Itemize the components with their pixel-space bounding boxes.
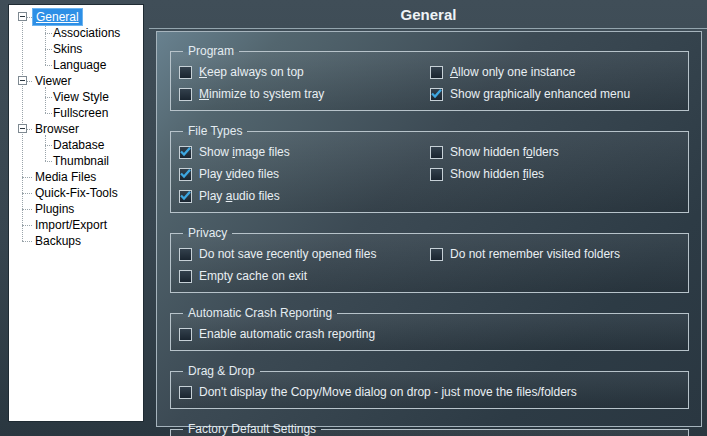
checkbox-label: Enable automatic crash reporting: [199, 327, 375, 341]
checkbox-label: Show graphically enhanced menu: [450, 87, 630, 101]
checkbox-label: Do not save recently opened files: [199, 247, 376, 261]
checkbox-column: Do not remember visited folders: [430, 243, 680, 287]
checkbox-label: Minimize to system tray: [199, 87, 324, 101]
sidebar-item-label: Quick-Fix-Tools: [35, 185, 118, 201]
checkbox-do-not-remember-visited-folders[interactable]: Do not remember visited folders: [430, 243, 680, 265]
sidebar-item-label: View Style: [53, 89, 109, 105]
tree-connector: [45, 145, 52, 146]
unchecked-checkbox-icon[interactable]: [430, 66, 443, 79]
checkbox-label: Play video files: [199, 167, 279, 181]
sidebar-item-label: Database: [53, 137, 104, 153]
unchecked-checkbox-icon[interactable]: [430, 248, 443, 261]
checkbox-column: [430, 323, 680, 345]
unchecked-checkbox-icon[interactable]: [430, 168, 443, 181]
sidebar-item-general[interactable]: General: [9, 9, 143, 25]
unchecked-checkbox-icon[interactable]: [179, 328, 192, 341]
unchecked-checkbox-icon[interactable]: [179, 66, 192, 79]
sidebar-item-label: Fullscreen: [53, 105, 108, 121]
checkbox-columns: Show image filesPlay video filesPlay aud…: [179, 141, 680, 207]
settings-panel: ProgramKeep always on topMinimize to sys…: [156, 31, 702, 427]
group-title: File Types: [183, 124, 247, 138]
group-drag-drop: Drag & DropDon't display the Copy/Move d…: [170, 364, 689, 409]
tree-connector: [45, 97, 52, 98]
group-title: Program: [183, 44, 239, 58]
checked-checkbox-icon[interactable]: [179, 146, 192, 159]
checkbox-column: [430, 381, 680, 403]
sidebar-item-backups[interactable]: Backups: [9, 233, 143, 249]
sidebar-item-label: Backups: [35, 233, 81, 249]
sidebar-item-fullscreen[interactable]: Fullscreen: [9, 105, 143, 121]
checkbox-label: Show image files: [199, 145, 290, 159]
checkbox-empty-cache-on-exit[interactable]: Empty cache on exit: [179, 265, 430, 287]
unchecked-checkbox-icon[interactable]: [430, 146, 443, 159]
tree-connector: [45, 33, 52, 34]
checkbox-minimize-to-system-tray[interactable]: Minimize to system tray: [179, 83, 430, 105]
checkbox-label: Keep always on top: [199, 65, 304, 79]
group-privacy: PrivacyDo not save recently opened files…: [170, 226, 689, 293]
unchecked-checkbox-icon[interactable]: [179, 270, 192, 283]
settings-sidebar: GeneralAssociationsSkinsLanguageViewerVi…: [8, 4, 144, 422]
sidebar-item-language[interactable]: Language: [9, 57, 143, 73]
sidebar-item-thumbnail[interactable]: Thumbnail: [9, 153, 143, 169]
sidebar-item-label: Media Files: [35, 169, 96, 185]
checkbox-enable-automatic-crash-reporting[interactable]: Enable automatic crash reporting: [179, 323, 430, 345]
sidebar-item-quick-fix-tools[interactable]: Quick-Fix-Tools: [9, 185, 143, 201]
sidebar-item-associations[interactable]: Associations: [9, 25, 143, 41]
checked-checkbox-icon[interactable]: [179, 190, 192, 203]
sidebar-item-label: Skins: [53, 41, 82, 57]
sidebar-item-skins[interactable]: Skins: [9, 41, 143, 57]
group-file-types: File TypesShow image filesPlay video fil…: [170, 124, 689, 213]
checkbox-show-hidden-files[interactable]: Show hidden files: [430, 163, 680, 185]
checkbox-label: Show hidden files: [450, 167, 544, 181]
page-title: General: [150, 6, 707, 23]
checkbox-column: Allow only one instanceShow graphically …: [430, 61, 680, 105]
group-factory-default-settings: Factory Default Settings↻Reset Factory D…: [170, 422, 689, 436]
unchecked-checkbox-icon[interactable]: [179, 386, 192, 399]
sidebar-item-label: Browser: [35, 121, 79, 137]
checkbox-show-image-files[interactable]: Show image files: [179, 141, 430, 163]
settings-tree: GeneralAssociationsSkinsLanguageViewerVi…: [9, 5, 143, 421]
checked-checkbox-icon[interactable]: [430, 88, 443, 101]
checkbox-keep-always-on-top[interactable]: Keep always on top: [179, 61, 430, 83]
sidebar-item-label: Associations: [53, 25, 120, 41]
group-title: Automatic Crash Reporting: [183, 306, 337, 320]
collapse-expander-icon[interactable]: [18, 124, 27, 133]
sidebar-item-label: Language: [53, 57, 106, 73]
checkbox-play-video-files[interactable]: Play video files: [179, 163, 430, 185]
sidebar-item-browser[interactable]: Browser: [9, 121, 143, 137]
checkbox-column: Show image filesPlay video filesPlay aud…: [179, 141, 430, 207]
collapse-expander-icon[interactable]: [18, 76, 27, 85]
checked-checkbox-icon[interactable]: [179, 168, 192, 181]
checkbox-allow-only-one-instance[interactable]: Allow only one instance: [430, 61, 680, 83]
tree-connector: [22, 177, 32, 178]
sidebar-item-viewer[interactable]: Viewer: [9, 73, 143, 89]
checkbox-columns: Enable automatic crash reporting: [179, 323, 680, 345]
unchecked-checkbox-icon[interactable]: [179, 88, 192, 101]
checkbox-label: Show hidden folders: [450, 145, 559, 159]
checkbox-column: Don't display the Copy/Move dialog on dr…: [179, 381, 430, 403]
checkbox-don-t-display-the-copy-move-dialog-on-drop-just-move-the-files-folders[interactable]: Don't display the Copy/Move dialog on dr…: [179, 381, 430, 403]
checkbox-show-hidden-folders[interactable]: Show hidden folders: [430, 141, 680, 163]
tree-connector: [45, 65, 52, 66]
checkbox-play-audio-files[interactable]: Play audio files: [179, 185, 430, 207]
group-title: Factory Default Settings: [183, 422, 321, 436]
group-automatic-crash-reporting: Automatic Crash ReportingEnable automati…: [170, 306, 689, 351]
sidebar-item-label: Plugins: [35, 201, 74, 217]
tree-connector: [45, 49, 52, 50]
sidebar-item-view-style[interactable]: View Style: [9, 89, 143, 105]
collapse-expander-icon[interactable]: [18, 12, 27, 21]
sidebar-item-plugins[interactable]: Plugins: [9, 201, 143, 217]
sidebar-item-label: Import/Export: [35, 217, 107, 233]
tree-connector: [22, 225, 32, 226]
group-title: Privacy: [183, 226, 232, 240]
checkbox-do-not-save-recently-opened-files[interactable]: Do not save recently opened files: [179, 243, 430, 265]
sidebar-item-import-export[interactable]: Import/Export: [9, 217, 143, 233]
sidebar-item-label: Thumbnail: [53, 153, 109, 169]
checkbox-column: Show hidden foldersShow hidden files: [430, 141, 680, 207]
checkbox-columns: Keep always on topMinimize to system tra…: [179, 61, 680, 105]
unchecked-checkbox-icon[interactable]: [179, 248, 192, 261]
sidebar-item-database[interactable]: Database: [9, 137, 143, 153]
group-program: ProgramKeep always on topMinimize to sys…: [170, 44, 689, 111]
sidebar-item-media-files[interactable]: Media Files: [9, 169, 143, 185]
checkbox-show-graphically-enhanced-menu[interactable]: Show graphically enhanced menu: [430, 83, 680, 105]
